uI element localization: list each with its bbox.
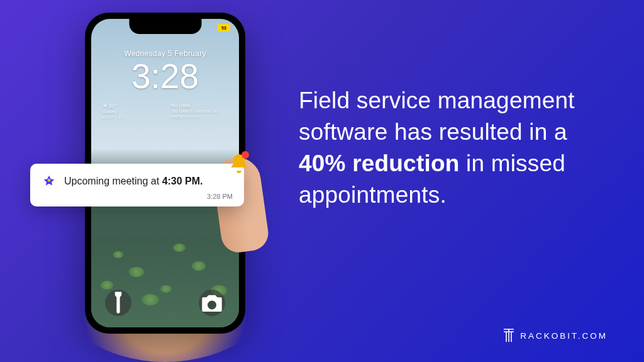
brand-text: rackobit.com xyxy=(520,331,608,341)
lilypad xyxy=(173,244,186,252)
phone-notch xyxy=(129,19,201,34)
lockscreen-dock xyxy=(91,290,239,316)
headline-text: Field service management software has re… xyxy=(299,85,607,211)
brand-footer: rackobit.com xyxy=(501,327,608,344)
bell-badge xyxy=(242,151,249,159)
location-pin-icon xyxy=(42,174,57,189)
lockscreen: Wednesday 5 February 3:28 ☀ 22° Sunny H:… xyxy=(91,49,239,120)
notification-card[interactable]: Upcoming meeting at 4:30 PM. 3:28 PM xyxy=(30,164,244,206)
brand-logo-icon xyxy=(501,327,516,344)
svg-point-0 xyxy=(48,179,51,182)
camera-icon xyxy=(199,290,225,316)
lilypad xyxy=(192,261,206,271)
weather-widget: ☀ 22° Sunny H:22° L:12° No Data You have… xyxy=(91,94,239,120)
flashlight-icon xyxy=(105,290,131,316)
energy-nodata-title: No Data xyxy=(171,103,228,108)
lockscreen-time: 3:28 xyxy=(91,59,239,94)
notification-prefix: Upcoming meeting at xyxy=(64,176,162,186)
energy-nodata-sub: You haven't connected an energy account. xyxy=(171,109,228,119)
notification-timestamp: 3:28 PM xyxy=(42,193,233,200)
notification-time-bold: 4:30 PM. xyxy=(162,176,203,186)
sun-icon: ☀ xyxy=(103,103,108,109)
weather-temp: 22° xyxy=(109,103,116,109)
flashlight-button[interactable] xyxy=(105,290,131,316)
headline-bold: 40% reduction xyxy=(299,150,460,176)
weather-condition: Sunny xyxy=(103,109,125,115)
camera-button[interactable] xyxy=(199,290,225,316)
bell-icon xyxy=(228,152,250,175)
headline-part1: Field service management software has re… xyxy=(299,88,575,145)
lilypad xyxy=(101,281,113,290)
notification-text: Upcoming meeting at 4:30 PM. xyxy=(64,176,203,187)
weather-hilow: H:22° L:12° xyxy=(103,115,125,120)
battery-badge: 53 xyxy=(218,24,230,31)
lilypad xyxy=(129,267,144,277)
lilypad xyxy=(113,251,123,258)
